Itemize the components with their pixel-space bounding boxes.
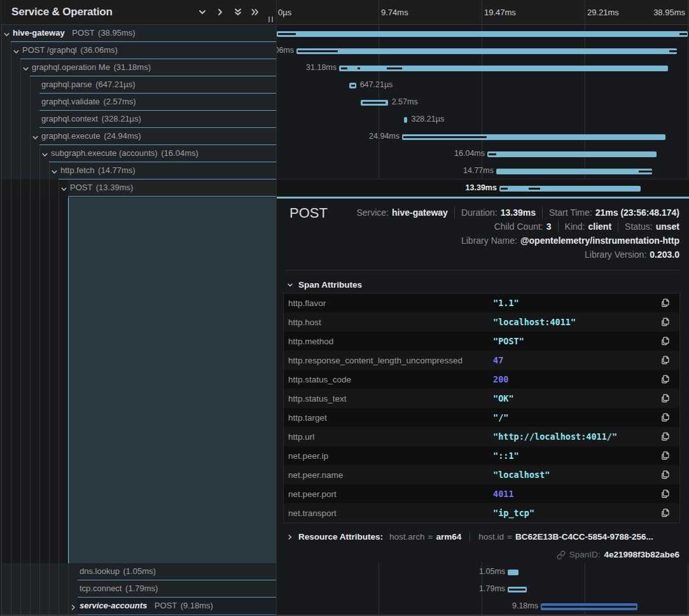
attr-row-http.method: http.method"POST": [284, 332, 679, 351]
span-bar[interactable]: [277, 31, 688, 37]
panel-splitter[interactable]: [276, 0, 277, 616]
span-bar[interactable]: [296, 48, 677, 54]
row-operation: dns.lookup (1.05ms): [80, 566, 156, 576]
copy-icon[interactable]: [660, 431, 671, 442]
resource-attributes-line[interactable]: Resource Attributes: host.arch=arm64host…: [287, 532, 653, 542]
timeline-row-POST[interactable]: [277, 25, 689, 42]
span-id-label: SpanID:: [569, 550, 601, 559]
tree-row-POST /graphql[interactable]: POST /graphql (36.06ms): [0, 42, 276, 59]
copy-icon[interactable]: [660, 451, 671, 461]
timeline-row-tcp.connect[interactable]: 1.79ms: [277, 580, 689, 598]
row-operation: tcp.connect (1.79ms): [80, 584, 158, 593]
info-label: Library Version:: [585, 249, 646, 260]
copy-icon[interactable]: [660, 298, 671, 308]
copy-icon[interactable]: [660, 508, 671, 518]
timeline-row-graphql.validate[interactable]: 2.57ms: [277, 94, 689, 111]
copy-icon[interactable]: [660, 489, 671, 499]
copy-icon[interactable]: [660, 355, 671, 365]
span-bar[interactable]: [339, 66, 668, 71]
copy-icon[interactable]: [660, 470, 671, 480]
span-bar[interactable]: [508, 570, 518, 575]
timeline-tick-3: 29.21ms: [587, 8, 619, 17]
span-bar[interactable]: [508, 587, 527, 592]
span-bar[interactable]: [499, 186, 641, 192]
tree-row-graphql.context[interactable]: graphql.context (328.21µs): [0, 111, 276, 128]
copy-icon[interactable]: [660, 393, 671, 403]
copy-icon[interactable]: [660, 336, 671, 346]
chevron-right-icon[interactable]: [70, 602, 77, 613]
info-value: hive-gateway: [392, 207, 448, 218]
tree-row-graphql.parse[interactable]: graphql.parse (647.21µs): [0, 76, 276, 94]
chevron-down-icon[interactable]: [13, 46, 20, 58]
service-operation-header: Service & Operation: [0, 0, 276, 25]
timeline-row-graphql.execute[interactable]: 24.94ms: [277, 128, 689, 145]
copy-icon[interactable]: [660, 374, 671, 384]
attr-key: http.status_text: [284, 394, 493, 403]
root-indent-guide: [1, 25, 2, 616]
row-operation: graphql.operation Me (31.18ms): [32, 62, 151, 72]
timeline-row-graphql.operation Me[interactable]: 31.18ms: [277, 59, 689, 76]
attr-value: "OK": [493, 393, 514, 403]
timeline-row-http.fetch[interactable]: 14.77ms: [277, 162, 689, 179]
tree-row-graphql.execute[interactable]: graphql.execute (24.94ms): [0, 128, 276, 145]
span-bar[interactable]: [496, 169, 652, 174]
tree-row-dns.lookup[interactable]: dns.lookup (1.05ms): [0, 563, 276, 580]
span-attributes-title: Span Attributes: [298, 280, 362, 290]
tree-row-graphql.operation Me[interactable]: graphql.operation Me (31.18ms): [0, 59, 276, 76]
chevron-down-icon[interactable]: [51, 167, 58, 178]
span-duration-label: 16.04ms: [454, 145, 485, 162]
collapse-one-icon[interactable]: [197, 7, 207, 17]
span-tree: hive-gateway POST (38.95ms)POST /graphql…: [0, 25, 276, 616]
attr-value: 200: [493, 374, 508, 384]
timeline-row-POST[interactable]: 13.39ms: [277, 179, 689, 197]
collapse-all-icon[interactable]: [233, 7, 243, 17]
row-operation: subgraph.execute (accounts) (16.04ms): [51, 148, 198, 158]
panel-resize-grip[interactable]: [268, 17, 274, 22]
span-duration-label: 9.18ms: [512, 598, 538, 615]
chevron-down-icon[interactable]: [41, 150, 48, 161]
chevron-down-icon[interactable]: [60, 184, 67, 195]
row-operation: graphql.parse (647.21µs): [41, 80, 136, 89]
span-bar[interactable]: [402, 134, 665, 140]
attr-key: net.peer.port: [284, 489, 493, 499]
timeline-row-dns.lookup[interactable]: 1.05ms: [277, 563, 689, 580]
span-attributes-header[interactable]: Span Attributes: [287, 280, 362, 290]
span-bar[interactable]: [541, 603, 637, 610]
tree-row-http.fetch[interactable]: http.fetch (14.77ms): [0, 162, 276, 179]
tree-row-subgraph.execute (accounts)[interactable]: subgraph.execute (accounts) (16.04ms): [0, 145, 276, 162]
timeline-row-graphql.parse[interactable]: 647.21µs: [277, 76, 689, 94]
tree-row-hive-gateway-POST[interactable]: hive-gateway POST (38.95ms): [0, 25, 276, 42]
tree-row-POST[interactable]: POST (13.39ms): [0, 179, 276, 197]
attr-key: http.host: [284, 318, 493, 327]
timeline-row-subgraph.execute (accounts)[interactable]: 16.04ms: [277, 145, 689, 162]
span-bar[interactable]: [361, 100, 388, 106]
copy-icon[interactable]: [660, 412, 671, 423]
link-icon[interactable]: [557, 550, 566, 559]
span-bar[interactable]: [349, 83, 356, 88]
attr-row-http.flavor: http.flavor"1.1": [284, 293, 679, 312]
chevron-down-icon[interactable]: [32, 132, 39, 144]
chevron-down-icon[interactable]: [22, 64, 29, 75]
tree-row-service-accounts-POST[interactable]: service-accounts POST (9.18ms): [0, 598, 276, 615]
timeline-row-POST /graphql[interactable]: 36.06ms: [277, 42, 689, 59]
tree-row-tcp.connect[interactable]: tcp.connect (1.79ms): [0, 580, 276, 598]
span-id-line: SpanID: 4e21998f3b82abe6: [557, 550, 679, 559]
span-bar[interactable]: [404, 117, 407, 123]
attr-row-http.url: http.url"http://localhost:4011/": [284, 427, 679, 446]
timeline-tick-2: 19.47ms: [484, 8, 516, 17]
info-label: Child Count:: [494, 221, 543, 232]
info-value: client: [588, 221, 611, 232]
span-bar[interactable]: [487, 151, 657, 157]
attr-key: http.target: [284, 413, 493, 423]
detail-span-title: POST: [289, 205, 328, 221]
timeline-row-POST[interactable]: 9.18ms: [277, 598, 689, 615]
tree-row-graphql.validate[interactable]: graphql.validate (2.57ms): [0, 94, 276, 111]
row-operation: graphql.context (328.21µs): [41, 114, 141, 123]
copy-icon[interactable]: [660, 317, 671, 327]
timeline-row-graphql.context[interactable]: 328.21µs: [277, 111, 689, 128]
chevron-down-icon[interactable]: [3, 29, 10, 41]
expand-all-icon[interactable]: [250, 7, 260, 17]
indent-guide-0: [11, 197, 11, 616]
attr-row-http.status_code: http.status_code200: [284, 370, 679, 389]
expand-one-icon[interactable]: [215, 7, 225, 17]
